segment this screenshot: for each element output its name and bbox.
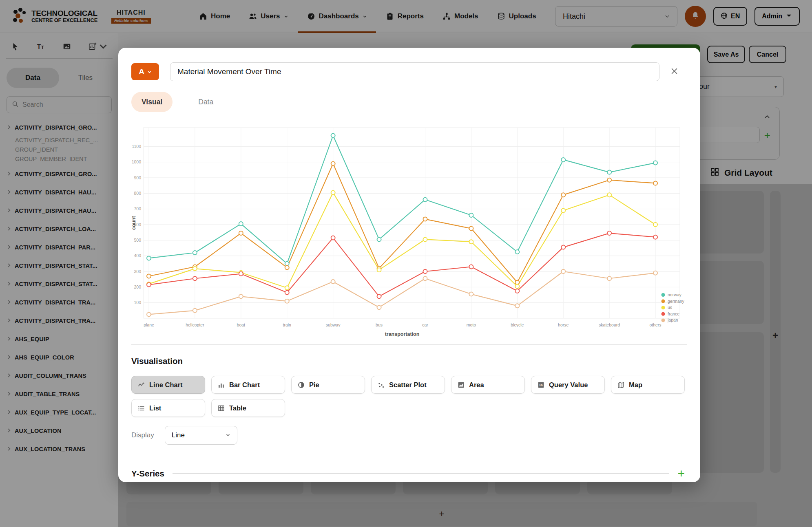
svg-text:1000: 1000 (132, 159, 142, 164)
chevron-down-icon (226, 431, 230, 439)
chart-type-line-chart[interactable]: Line Chart (131, 376, 205, 394)
query-chart-icon: 1K (538, 381, 544, 388)
chart-type-label: Bar Chart (229, 381, 260, 389)
svg-text:japan: japan (667, 318, 678, 322)
svg-text:count: count (131, 216, 137, 230)
svg-text:plane: plane (144, 322, 154, 327)
line-chart-preview: 10020030040050060070080090010001100plane… (131, 123, 687, 344)
svg-text:skateboard: skateboard (599, 322, 620, 327)
chart-type-label: Pie (309, 381, 319, 389)
svg-text:subway: subway (326, 322, 341, 327)
svg-text:bicycle: bicycle (511, 322, 524, 327)
chart-type-label: Query Value (549, 381, 588, 389)
modal-tabs: Visual Data (131, 92, 687, 112)
chart-type-map[interactable]: Map (611, 376, 685, 394)
section-divider (131, 344, 687, 345)
tab-visual[interactable]: Visual (131, 92, 173, 112)
svg-text:france: france (668, 311, 679, 316)
chart-type-list[interactable]: List (131, 399, 205, 417)
chart-type-query-value[interactable]: 1KQuery Value (531, 376, 605, 394)
svg-text:train: train (283, 322, 292, 327)
close-icon (670, 67, 679, 77)
svg-text:germany: germany (668, 299, 685, 304)
caret-down-icon (147, 67, 152, 76)
y-series-section: Y-Series + (131, 467, 687, 480)
legend-item-us[interactable]: us (662, 305, 673, 310)
chart-type-label: Scatter Plot (389, 381, 427, 389)
scatter-chart-icon (378, 381, 385, 388)
legend-item-france[interactable]: france (662, 311, 680, 316)
svg-text:norway: norway (668, 292, 682, 297)
svg-text:200: 200 (134, 284, 141, 289)
svg-text:car: car (422, 322, 428, 327)
close-modal-button[interactable] (661, 63, 687, 81)
svg-text:400: 400 (134, 253, 141, 258)
series-badge-label: A (139, 67, 144, 76)
visualisation-heading: Visualisation (131, 356, 687, 366)
chart-type-label: Line Chart (149, 381, 183, 389)
chart-type-pie[interactable]: Pie (291, 376, 365, 394)
pie-chart-icon (298, 381, 305, 388)
svg-text:helicopter: helicopter (186, 322, 204, 327)
chart-type-table[interactable]: Table (211, 399, 285, 417)
series-badge-button[interactable]: A (131, 63, 159, 80)
display-label: Display (131, 431, 154, 439)
chart-type-label: Map (629, 381, 642, 389)
map-chart-icon (617, 381, 624, 388)
modal-header: A (131, 62, 687, 81)
chart-type-scatter-plot[interactable]: Scatter Plot (371, 376, 445, 394)
add-y-series-button[interactable]: + (677, 467, 687, 480)
chart-type-label: Table (229, 404, 246, 412)
svg-text:boat: boat (237, 322, 246, 327)
display-row: Display Line (131, 426, 687, 445)
svg-text:300: 300 (134, 269, 141, 274)
area-chart-icon (458, 381, 465, 388)
svg-text:others: others (649, 322, 661, 327)
y-series-heading: Y-Series (131, 469, 164, 478)
chart-type-label: List (149, 404, 161, 412)
bar-chart-icon (218, 381, 225, 388)
svg-text:transportation: transportation (385, 331, 420, 337)
svg-text:1100: 1100 (132, 144, 141, 149)
display-select-value: Line (172, 431, 185, 439)
svg-text:us: us (668, 305, 672, 310)
line-chart-icon (138, 381, 145, 388)
tab-data[interactable]: Data (188, 92, 223, 112)
tile-title-input[interactable] (170, 62, 659, 81)
table-chart-icon (218, 405, 225, 412)
display-select[interactable]: Line (165, 426, 237, 445)
tile-editor-modal: A Visual Data 10020030040050060070080090… (118, 48, 700, 482)
svg-text:800: 800 (134, 191, 141, 196)
svg-text:bus: bus (376, 322, 383, 327)
chart-type-label: Area (469, 381, 484, 389)
svg-text:700: 700 (134, 206, 141, 211)
chart-type-bar-chart[interactable]: Bar Chart (211, 376, 285, 394)
y-series-divider (173, 473, 670, 474)
list-chart-icon (138, 405, 145, 412)
svg-text:500: 500 (134, 238, 141, 243)
svg-text:1K: 1K (539, 384, 543, 386)
legend-item-norway[interactable]: norway (662, 292, 682, 297)
svg-text:horse: horse (558, 322, 569, 327)
chart-type-picker: Line ChartBar ChartPieScatter PlotArea1K… (131, 376, 687, 417)
svg-text:900: 900 (134, 175, 141, 180)
svg-text:100: 100 (134, 300, 141, 305)
svg-text:moto: moto (467, 322, 476, 327)
chart-type-area[interactable]: Area (451, 376, 525, 394)
